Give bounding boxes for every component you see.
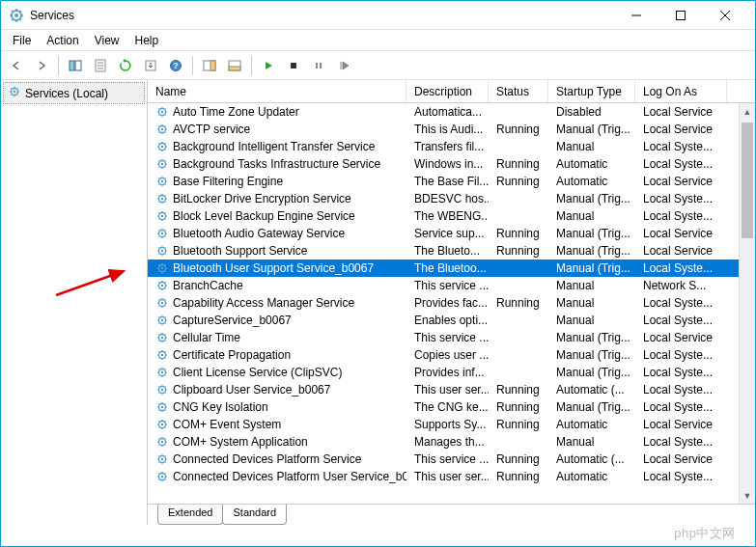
svg-point-35 xyxy=(161,198,164,201)
properties-button[interactable] xyxy=(89,54,112,77)
service-name: Capability Access Manager Service xyxy=(173,296,354,310)
service-row[interactable]: Connected Devices Platform ServiceThis s… xyxy=(148,451,755,468)
gear-icon xyxy=(155,296,169,310)
gear-icon xyxy=(8,85,21,101)
service-row[interactable]: Bluetooth Support ServiceThe Blueto...Ru… xyxy=(148,242,755,260)
service-row[interactable]: Auto Time Zone UpdaterAutomatica...Disab… xyxy=(148,103,755,121)
start-service-button[interactable] xyxy=(257,54,280,77)
gear-icon xyxy=(155,314,169,327)
service-row[interactable]: BitLocker Drive Encryption ServiceBDESVC… xyxy=(148,190,755,207)
service-row[interactable]: AVCTP serviceThis is Audi...RunningManua… xyxy=(148,121,755,138)
service-row[interactable]: Bluetooth Audio Gateway ServiceService s… xyxy=(148,225,755,242)
service-row[interactable]: Background Tasks Infrastructure ServiceW… xyxy=(148,155,755,173)
pause-service-button[interactable] xyxy=(307,54,330,77)
close-button[interactable] xyxy=(703,1,747,30)
service-logon: Local Syste... xyxy=(635,400,727,414)
service-row[interactable]: CNG Key IsolationThe CNG ke...RunningMan… xyxy=(148,398,755,416)
service-description: Copies user ... xyxy=(406,348,489,362)
service-logon: Local Service xyxy=(635,105,727,119)
service-startup: Automatic xyxy=(548,470,635,483)
service-name: Block Level Backup Engine Service xyxy=(173,209,355,223)
service-name: Bluetooth Support Service xyxy=(173,244,307,258)
service-row[interactable]: Cellular TimeThis service ...Manual (Tri… xyxy=(148,329,755,346)
window-controls xyxy=(614,1,747,30)
titlebar: Services xyxy=(1,1,755,30)
svg-point-41 xyxy=(161,250,164,253)
tab-extended[interactable]: Extended xyxy=(157,505,223,525)
help-button[interactable]: ? xyxy=(164,54,187,77)
service-status: Running xyxy=(489,470,548,483)
forward-button[interactable] xyxy=(30,54,53,77)
service-startup: Automatic xyxy=(548,418,635,431)
service-startup: Manual xyxy=(548,296,635,310)
service-row[interactable]: Client License Service (ClipSVC)Provides… xyxy=(148,364,755,381)
service-row[interactable]: Certificate PropagationCopies user ...Ma… xyxy=(148,346,755,364)
svg-point-53 xyxy=(161,354,164,357)
service-name: BranchCache xyxy=(173,279,243,292)
restart-service-button[interactable] xyxy=(332,54,355,77)
service-status: Running xyxy=(489,227,548,240)
svg-rect-21 xyxy=(320,63,322,68)
sidebar: Services (Local) xyxy=(1,80,148,525)
minimize-button[interactable] xyxy=(614,1,658,30)
menu-view[interactable]: View xyxy=(87,32,127,49)
sidebar-services-local[interactable]: Services (Local) xyxy=(3,82,145,104)
menu-action[interactable]: Action xyxy=(39,32,86,49)
service-description: This is Audi... xyxy=(406,123,489,136)
view-tabs: Extended Standard xyxy=(148,504,755,525)
service-row[interactable]: Capability Access Manager ServiceProvide… xyxy=(148,294,755,312)
service-row[interactable]: Block Level Backup Engine ServiceThe WBE… xyxy=(148,207,755,225)
service-logon: Local Syste... xyxy=(635,366,727,379)
service-name: AVCTP service xyxy=(173,123,250,136)
service-logon: Local Syste... xyxy=(635,192,727,205)
service-logon: Local Syste... xyxy=(635,261,727,275)
service-startup: Automatic (... xyxy=(548,452,635,466)
details-pane-button[interactable] xyxy=(223,54,246,77)
service-row[interactable]: BranchCacheThis service ...ManualNetwork… xyxy=(148,277,755,294)
svg-point-61 xyxy=(161,424,164,426)
svg-point-27 xyxy=(161,128,164,131)
service-description: This user ser... xyxy=(406,383,489,397)
scroll-thumb[interactable] xyxy=(742,123,753,238)
service-name: Cellular Time xyxy=(173,331,240,344)
scroll-down-button[interactable]: ▼ xyxy=(740,487,755,504)
service-logon: Local Syste... xyxy=(635,348,727,362)
maximize-button[interactable] xyxy=(658,1,703,30)
scroll-up-button[interactable]: ▲ xyxy=(740,103,755,120)
action-pane-button[interactable] xyxy=(198,54,221,77)
vertical-scrollbar[interactable]: ▲ ▼ xyxy=(739,103,755,504)
service-row[interactable]: Background Intelligent Transfer ServiceT… xyxy=(148,138,755,155)
column-header-startup[interactable]: Startup Type xyxy=(548,80,635,102)
menu-help[interactable]: Help xyxy=(127,32,167,49)
column-header-status[interactable]: Status xyxy=(489,80,548,102)
service-status: Running xyxy=(489,157,548,171)
service-row[interactable]: Clipboard User Service_b0067This user se… xyxy=(148,381,755,398)
service-name: COM+ Event System xyxy=(173,418,281,431)
tab-standard[interactable]: Standard xyxy=(222,505,287,525)
stop-service-button[interactable] xyxy=(282,54,305,77)
service-row[interactable]: COM+ System ApplicationManages th...Manu… xyxy=(148,433,755,451)
service-name: COM+ System Application xyxy=(173,435,308,449)
show-hide-tree-button[interactable] xyxy=(64,54,87,77)
service-logon: Local Service xyxy=(635,227,727,240)
service-logon: Network S... xyxy=(635,279,727,292)
svg-point-49 xyxy=(161,319,164,322)
service-row[interactable]: Bluetooth User Support Service_b0067The … xyxy=(148,260,755,277)
column-header-description[interactable]: Description xyxy=(406,80,489,102)
gear-icon xyxy=(155,400,169,414)
column-header-name[interactable]: Name xyxy=(148,80,406,102)
service-row[interactable]: Connected Devices Platform User Service_… xyxy=(148,468,755,485)
service-row[interactable]: Base Filtering EngineThe Base Fil...Runn… xyxy=(148,173,755,190)
service-row[interactable]: CaptureService_b0067Enables opti...Manua… xyxy=(148,312,755,329)
service-description: Transfers fil... xyxy=(406,140,489,153)
service-startup: Manual (Trig... xyxy=(548,261,635,275)
refresh-button[interactable] xyxy=(114,54,137,77)
export-button[interactable] xyxy=(139,54,162,77)
svg-point-1 xyxy=(14,14,18,17)
service-list[interactable]: Auto Time Zone UpdaterAutomatica...Disab… xyxy=(148,103,755,504)
back-button[interactable] xyxy=(5,54,28,77)
service-startup: Disabled xyxy=(548,105,635,119)
service-row[interactable]: COM+ Event SystemSupports Sy...RunningAu… xyxy=(148,416,755,433)
column-header-logon[interactable]: Log On As xyxy=(635,80,727,102)
menu-file[interactable]: File xyxy=(5,32,39,49)
